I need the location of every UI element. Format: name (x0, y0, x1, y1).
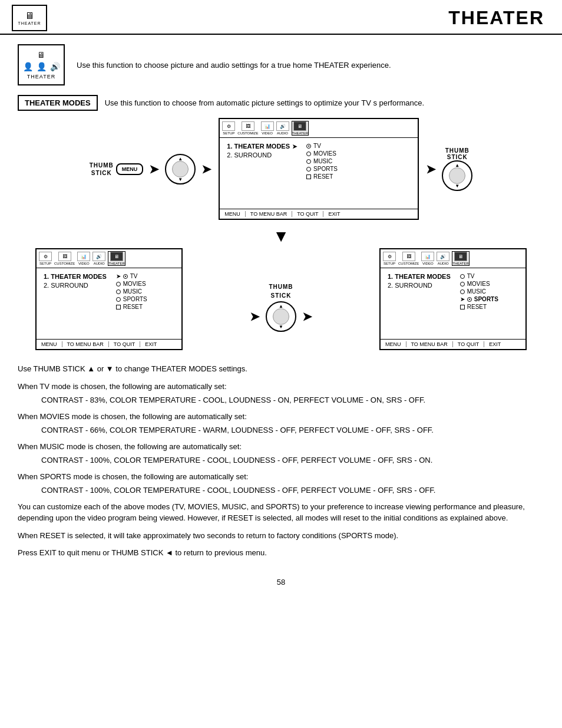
bl-options: ➤ TV MOVIES MUSIC (116, 273, 147, 311)
flow-arrow-center-right: ➤ (302, 309, 312, 324)
intro-section: 🖥 👤 👤 🔊 THEATER Use this function to cho… (0, 35, 562, 95)
check-reset (306, 174, 311, 179)
ts-down-icon: ▼ (178, 177, 183, 182)
menu-item-surround: 2. SURROUND (227, 151, 297, 159)
center-ts-label2: STICK (271, 292, 292, 299)
bottom-right-footer: MENU TO MENU BAR TO QUIT EXIT (381, 339, 525, 349)
tab-theater: 🖥 THEATER (292, 121, 309, 136)
header-icon-label: THEATER (18, 21, 41, 25)
inst-0: Use THUMB STICK ▲ or ▼ to change THEATER… (18, 363, 544, 375)
menu-btn-label[interactable]: MENU (116, 163, 144, 175)
bottom-right-content: 1. THEATER MODES 2. SURROUND TV (381, 268, 525, 339)
top-screen-box: ⚙ SETUP 🖼 CUSTOMIZE 📊 VIDEO 🔊 AUDIO (219, 118, 419, 220)
down-arrow: ▼ (273, 227, 289, 246)
thumb-stick-left-label2: STICK (91, 170, 112, 176)
thumb-stick-center: ▲ ▼ (266, 301, 296, 332)
page-title: THEATER (448, 7, 544, 29)
inst-6: CONTRAST - 100%, COLOR TEMPERATURE - COO… (41, 454, 544, 466)
opt-tv: TV (306, 143, 338, 149)
bottom-right-group: ⚙ SETUP 🖼 CUSTOMIZE 📊 VIDEO 🔊 (379, 248, 527, 350)
person1-icon: 👤 (23, 62, 33, 71)
br-tab-customize: 🖼 CUSTOMIZE (398, 252, 419, 265)
speaker-icon: 🔊 (50, 62, 60, 71)
bottom-right-topbar: ⚙ SETUP 🖼 CUSTOMIZE 📊 VIDEO 🔊 (381, 249, 525, 268)
opt-sports: SPORTS (306, 166, 338, 172)
modes-section: THEATER MODES Use this function to choos… (0, 95, 562, 356)
bl-tab-audio: 🔊 AUDIO (92, 252, 105, 265)
ts-center-inner (273, 308, 289, 325)
tv-icon: 🖥 (37, 50, 45, 60)
ts-right-up-icon: ▲ (455, 163, 459, 168)
tab-setup: ⚙ SETUP (222, 121, 235, 135)
inst-11: Press EXIT to quit menu or THUMB STICK ◄… (18, 547, 544, 559)
thumb-stick-right-label1: THUMB (445, 147, 470, 154)
opt-reset: RESET (306, 173, 338, 180)
radio-sports (306, 167, 311, 172)
page-number: 58 (0, 572, 562, 592)
tab-audio: 🔊 AUDIO (276, 121, 289, 135)
thumb-stick-inner-left (172, 161, 189, 177)
top-screen-topbar: ⚙ SETUP 🖼 CUSTOMIZE 📊 VIDEO 🔊 AUDIO (220, 119, 418, 138)
bottom-right-screen: ⚙ SETUP 🖼 CUSTOMIZE 📊 VIDEO 🔊 (379, 248, 527, 350)
flow-arrow-center-left: ➤ (250, 309, 260, 324)
bottom-left-screen: ⚙ SETUP 🖼 CUSTOMIZE 📊 VIDEO 🔊 (35, 248, 183, 350)
person2-icon: 👤 (37, 62, 47, 71)
opt-movies: MOVIES (306, 150, 338, 157)
header-icon: 🖥 THEATER (12, 5, 47, 31)
modes-header: THEATER MODES Use this function to choos… (18, 95, 544, 111)
inst-1: When TV mode is chosen, the following ar… (18, 381, 544, 393)
thumb-stick-left: THUMB STICK (90, 162, 114, 176)
flow-arrow-1: ➤ (149, 162, 159, 176)
top-screen-menu: 1. THEATER MODES ➤ 2. SURROUND (227, 143, 297, 176)
br-tab-video: 📊 VIDEO (421, 252, 434, 265)
inst-4: CONTRAST - 66%, COLOR TEMPERATURE - WARM… (41, 424, 544, 436)
diagram-area: THUMB STICK MENU ➤ ▲ ▼ ➤ (35, 118, 527, 350)
bl-tab-setup: ⚙ SETUP (39, 252, 52, 265)
radio-music (306, 159, 311, 164)
ts-center-down: ▼ (279, 324, 283, 330)
bottom-left-footer: MENU TO MENU BAR TO QUIT EXIT (37, 339, 181, 349)
bl-tab-video: 📊 VIDEO (77, 252, 90, 265)
br-tab-setup: ⚙ SETUP (383, 252, 396, 265)
modes-description: Use this function to choose from automat… (105, 98, 424, 107)
thumb-stick-left-label1: THUMB (90, 162, 114, 169)
inst-3: When MOVIES mode is chosen, the followin… (18, 411, 544, 423)
flow-arrow-3: ➤ (426, 162, 436, 176)
opt-music: MUSIC (306, 158, 338, 164)
intro-icon-box: 🖥 👤 👤 🔊 THEATER (18, 44, 65, 85)
thumb-stick-circle-right: ▲ ▼ (442, 160, 472, 191)
thumb-stick-right-label2: STICK (447, 154, 468, 160)
top-screen-content: 1. THEATER MODES ➤ 2. SURROUND TV (220, 138, 418, 209)
br-menu: 1. THEATER MODES 2. SURROUND (388, 273, 451, 307)
inst-9: You can customize each of the above mode… (18, 501, 544, 524)
menu-button[interactable]: MENU (116, 163, 144, 175)
bl-tab-theater: 🖥 THEATER (108, 251, 125, 266)
inst-2: CONTRAST - 83%, COLOR TEMPERATURE - COOL… (41, 394, 544, 406)
bottom-left-group: ⚙ SETUP 🖼 CUSTOMIZE 📊 VIDEO 🔊 (35, 248, 183, 350)
ts-up-icon: ▲ (178, 156, 183, 162)
br-tab-audio: 🔊 AUDIO (437, 252, 449, 265)
page-header: 🖥 THEATER THEATER (0, 0, 562, 35)
bottom-center-group: THUMB STICK ➤ ▲ ▼ ➤ (247, 248, 315, 332)
tab-video: 📊 VIDEO (261, 121, 274, 135)
top-diagram: THUMB STICK MENU ➤ ▲ ▼ ➤ (35, 118, 527, 220)
tab-customize: 🖼 CUSTOMIZE (237, 121, 258, 135)
modes-label: THEATER MODES (18, 95, 98, 111)
bottom-diagrams: ⚙ SETUP 🖼 CUSTOMIZE 📊 VIDEO 🔊 (35, 248, 527, 350)
top-screen-options: TV MOVIES MUSIC (306, 143, 338, 181)
bl-tab-customize: 🖼 CUSTOMIZE (54, 252, 75, 265)
ts-center-up: ▲ (279, 304, 283, 309)
desc-section: Use THUMB STICK ▲ or ▼ to change THEATER… (0, 356, 562, 572)
br-options: TV MOVIES MUSIC (460, 273, 498, 311)
ts-right-down-icon: ▼ (455, 183, 459, 189)
thumb-stick-inner-right (449, 167, 465, 184)
flow-arrow-2: ➤ (201, 162, 211, 176)
menu-item-theater-modes: 1. THEATER MODES ➤ (227, 143, 297, 150)
radio-tv (306, 144, 311, 149)
intro-icon-label: THEATER (27, 74, 55, 80)
inst-5: When MUSIC mode is chosen, the following… (18, 441, 544, 453)
inst-10: When RESET is selected, it will take app… (18, 530, 544, 542)
thumb-stick-circle-left: ▲ ▼ (165, 154, 196, 185)
br-tab-theater: 🖥 THEATER (452, 251, 470, 266)
center-ts-label1: THUMB (269, 284, 293, 290)
